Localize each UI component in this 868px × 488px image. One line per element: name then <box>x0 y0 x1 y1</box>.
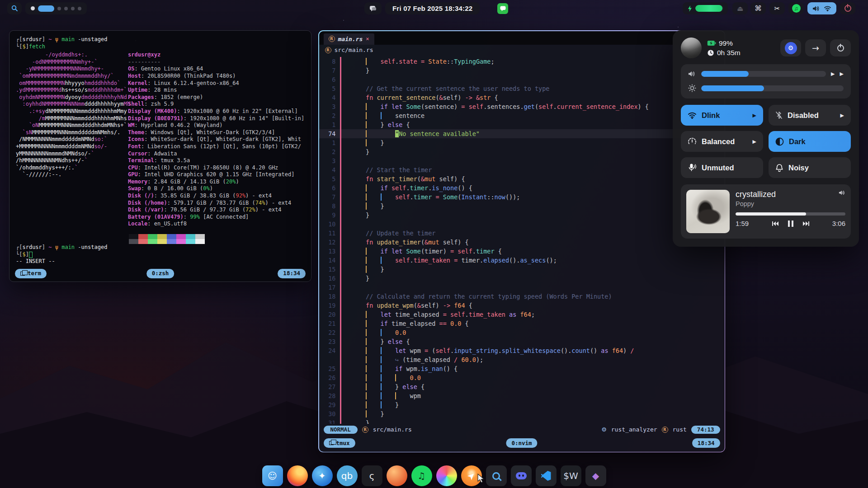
code-line[interactable]: 20 let time_elapsed = self.time_taken as… <box>319 310 725 319</box>
tab-main-rs[interactable]: R main.rs × <box>324 33 374 45</box>
code-line[interactable]: 7 } <box>319 66 725 75</box>
clock-pill[interactable]: Fri 07 Feb 2025 18:34:22 <box>385 2 480 14</box>
notifications-button[interactable] <box>364 2 382 14</box>
tmux-session-pill[interactable]: term <box>15 269 47 278</box>
power-button[interactable] <box>840 2 855 14</box>
code-line[interactable]: 1 } else { <box>319 120 725 129</box>
workspace-dot[interactable] <box>78 7 81 10</box>
media-output-icon[interactable] <box>839 190 845 196</box>
workspace-dot[interactable] <box>31 6 35 10</box>
code-line[interactable]: 5 fn start_timer(&mut self) { <box>319 174 725 183</box>
wifi-toggle[interactable]: Dlink ▶ <box>681 105 763 126</box>
code-line[interactable]: 27 } else { <box>319 382 725 391</box>
workspace-indicator[interactable] <box>25 2 87 14</box>
code-line[interactable]: 31 } <box>319 418 725 424</box>
dock-discord[interactable] <box>511 465 532 486</box>
settings-button[interactable]: ⚙ <box>780 39 801 56</box>
code-line[interactable]: 10 <box>319 220 725 229</box>
code-line[interactable]: 4 fn current_sentence(&self) -> &str { <box>319 93 725 102</box>
dock-thunderbird[interactable]: ✦ <box>312 465 333 486</box>
dock-s-app[interactable]: ς <box>362 465 382 486</box>
screenshot-button[interactable]: ✂ <box>769 2 785 14</box>
dock-qbittorrent[interactable]: qb <box>337 465 358 486</box>
code-line[interactable]: 3 <box>319 156 725 165</box>
editor-window[interactable]: R main.rs × R src/main.rs 8 self.state =… <box>318 30 725 452</box>
dock-orange-sphere[interactable] <box>387 465 407 486</box>
dock-spotify[interactable]: ♫ <box>411 465 432 486</box>
brightness-slider[interactable] <box>701 85 844 91</box>
code-line[interactable]: 2 } <box>319 147 725 156</box>
previous-track-icon[interactable] <box>772 221 779 226</box>
code-line[interactable]: 8 } <box>319 202 725 211</box>
code-area[interactable]: 8 self.state = State::TypingGame;7 }65 /… <box>319 56 725 424</box>
power-profile-chevron[interactable]: ▶ <box>753 139 756 145</box>
code-line[interactable]: 24 let wpm = (self.input_string.split_wh… <box>319 346 725 355</box>
messenger-tray-icon[interactable] <box>497 3 508 14</box>
code-line[interactable]: 74 "No sentence available" <box>319 129 725 138</box>
code-line[interactable]: 25 if wpm.is_nan() { <box>319 364 725 373</box>
eject-button[interactable]: ⏏ <box>732 2 748 14</box>
code-line[interactable]: 6 if self.timer.is_none() { <box>319 183 725 192</box>
workspace-dot[interactable] <box>38 5 54 12</box>
theme-toggle[interactable]: Dark <box>769 131 851 152</box>
album-art[interactable] <box>686 190 730 233</box>
tmux-window-pill[interactable]: 0:nvim <box>506 438 537 448</box>
code-line[interactable]: 22 0.0 <box>319 328 725 337</box>
code-line[interactable]: 16 } <box>319 274 725 283</box>
spotify-tray-button[interactable]: ♫ <box>788 2 804 14</box>
code-line[interactable]: 9 } <box>319 211 725 220</box>
code-line[interactable]: 26 0.0 <box>319 373 725 382</box>
mic-toggle[interactable]: Unmuted <box>681 157 763 178</box>
code-line[interactable]: 30 } <box>319 409 725 418</box>
track-progress-bar[interactable] <box>736 212 845 216</box>
next-track-icon[interactable] <box>802 221 810 226</box>
tmux-session-pill[interactable]: tmux <box>324 438 355 448</box>
pause-icon[interactable] <box>788 221 793 227</box>
dock-vscode[interactable] <box>536 465 557 486</box>
code-line[interactable]: 19 fn update_wpm(&self) -> f64 { <box>319 301 725 310</box>
code-line[interactable]: 15 } <box>319 265 725 274</box>
code-line[interactable]: 8 self.state = State::TypingGame; <box>319 57 725 66</box>
power-profile-toggle[interactable]: Balanced ▶ <box>681 131 763 152</box>
dock-gem[interactable]: ◆ <box>585 465 606 486</box>
volume-output-chevron[interactable]: ▶ <box>831 71 835 77</box>
code-line[interactable]: 14 self.time_taken = timer.elapsed().as_… <box>319 256 725 265</box>
code-line[interactable]: 21 if time_elapsed == 0.0 { <box>319 319 725 328</box>
logout-button[interactable]: → <box>805 39 826 56</box>
terminal-window[interactable]: ┌[srdusr] ~ ψ main -unstaged└[$]fetch -/… <box>9 30 311 282</box>
code-line[interactable]: 6 <box>319 75 725 84</box>
tab-close-icon[interactable]: × <box>366 36 369 42</box>
user-avatar[interactable] <box>681 38 702 58</box>
command-key-button[interactable]: ⌘ <box>750 2 766 14</box>
volume-apps-chevron[interactable]: ▶ <box>840 71 844 77</box>
workspace-dot[interactable] <box>71 7 75 10</box>
code-line[interactable]: 2 sentence <box>319 111 725 120</box>
code-line[interactable]: 18 // Calculate and return the current t… <box>319 292 725 301</box>
code-line[interactable]: 1 } <box>319 138 725 147</box>
audio-network-pill[interactable] <box>807 2 836 14</box>
dock-firefox[interactable] <box>287 465 308 486</box>
code-line[interactable]: ↪ (time_elapsed / 60.0); <box>319 355 725 364</box>
code-line[interactable]: 4 // Start the timer <box>319 165 725 174</box>
workspace-dot[interactable] <box>64 7 68 10</box>
code-line[interactable]: 3 if let Some(sentence) = self.sentences… <box>319 102 725 111</box>
battery-pill[interactable] <box>683 2 728 14</box>
code-line[interactable]: 7 self.timer = Some(Instant::now()); <box>319 192 725 202</box>
dock-photos[interactable] <box>436 465 457 486</box>
dock-wezterm[interactable]: $W <box>561 465 581 486</box>
workspace-dot[interactable] <box>57 7 61 10</box>
wifi-chevron[interactable]: ▶ <box>753 113 756 118</box>
code-line[interactable]: 28 wpm <box>319 391 725 400</box>
power-menu-button[interactable] <box>830 39 851 56</box>
bluetooth-chevron[interactable]: ▶ <box>840 113 844 118</box>
code-line[interactable]: 13 if let Some(timer) = self.timer { <box>319 247 725 256</box>
code-line[interactable]: 12 fn update_timer(&mut self) { <box>319 238 725 247</box>
code-line[interactable]: 17 <box>319 283 725 292</box>
code-line[interactable]: 5 // Get the current sentence the user n… <box>319 84 725 93</box>
code-line[interactable]: 29 } <box>319 400 725 409</box>
dock-loupe[interactable] <box>486 465 507 486</box>
notifications-toggle[interactable]: Noisy <box>769 157 851 178</box>
tmux-window-pill[interactable]: 0:zsh <box>146 269 175 278</box>
volume-slider[interactable] <box>701 71 826 77</box>
bluetooth-toggle[interactable]: Disabled ▶ <box>769 105 851 126</box>
